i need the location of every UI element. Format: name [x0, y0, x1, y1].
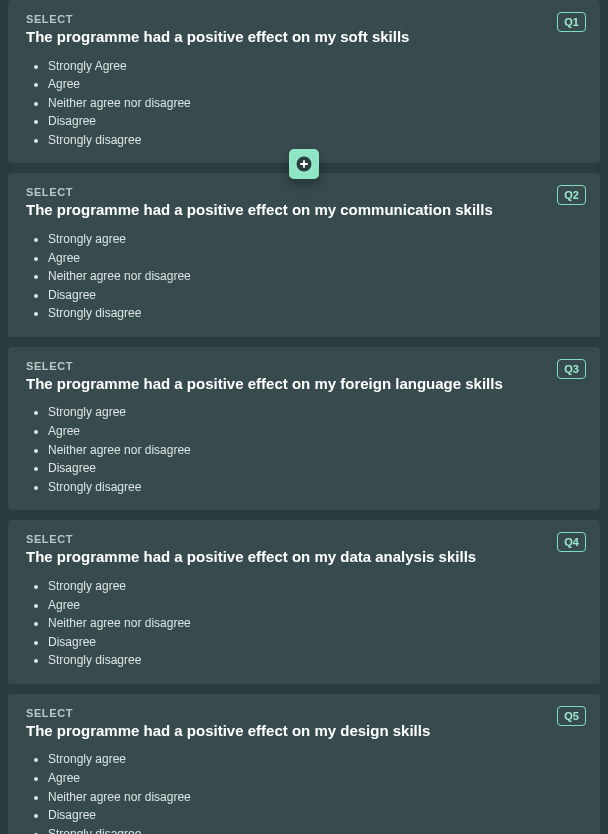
- option-item: Agree: [48, 422, 582, 441]
- option-item: Disagree: [48, 459, 582, 478]
- question-number-badge: Q3: [557, 359, 586, 379]
- option-item: Agree: [48, 769, 582, 788]
- option-item: Neither agree nor disagree: [48, 788, 582, 807]
- question-type-label: SELECT: [26, 707, 582, 719]
- option-item: Strongly Agree: [48, 57, 582, 76]
- question-type-label: SELECT: [26, 186, 582, 198]
- option-item: Disagree: [48, 112, 582, 131]
- question-title: The programme had a positive effect on m…: [26, 721, 582, 741]
- option-item: Disagree: [48, 806, 582, 825]
- question-title: The programme had a positive effect on m…: [26, 547, 582, 567]
- option-item: Neither agree nor disagree: [48, 94, 582, 113]
- option-item: Strongly agree: [48, 230, 582, 249]
- option-item: Strongly disagree: [48, 304, 582, 323]
- options-list: Strongly AgreeAgreeNeither agree nor dis…: [26, 57, 582, 150]
- question-type-label: SELECT: [26, 533, 582, 545]
- option-item: Neither agree nor disagree: [48, 267, 582, 286]
- options-list: Strongly agreeAgreeNeither agree nor dis…: [26, 750, 582, 834]
- options-list: Strongly agreeAgreeNeither agree nor dis…: [26, 403, 582, 496]
- question-number-badge: Q5: [557, 706, 586, 726]
- svg-rect-2: [300, 164, 308, 166]
- option-item: Agree: [48, 249, 582, 268]
- option-item: Disagree: [48, 633, 582, 652]
- question-number-badge: Q2: [557, 185, 586, 205]
- option-item: Strongly disagree: [48, 825, 582, 834]
- option-item: Strongly agree: [48, 577, 582, 596]
- question-type-label: SELECT: [26, 13, 582, 25]
- question-number-badge: Q1: [557, 12, 586, 32]
- question-card[interactable]: SELECTQ1The programme had a positive eff…: [8, 0, 600, 163]
- plus-circle-icon: [295, 155, 313, 173]
- question-title: The programme had a positive effect on m…: [26, 374, 582, 394]
- options-list: Strongly agreeAgreeNeither agree nor dis…: [26, 577, 582, 670]
- option-item: Agree: [48, 596, 582, 615]
- add-question-button[interactable]: [289, 149, 319, 179]
- question-card[interactable]: SELECTQ4The programme had a positive eff…: [8, 520, 600, 683]
- option-item: Neither agree nor disagree: [48, 441, 582, 460]
- question-list: SELECTQ1The programme had a positive eff…: [0, 0, 608, 834]
- option-item: Strongly disagree: [48, 651, 582, 670]
- option-item: Strongly disagree: [48, 478, 582, 497]
- option-item: Disagree: [48, 286, 582, 305]
- option-item: Strongly disagree: [48, 131, 582, 150]
- option-item: Neither agree nor disagree: [48, 614, 582, 633]
- option-item: Strongly agree: [48, 403, 582, 422]
- question-card[interactable]: SELECTQ2The programme had a positive eff…: [8, 173, 600, 336]
- question-title: The programme had a positive effect on m…: [26, 200, 582, 220]
- question-number-badge: Q4: [557, 532, 586, 552]
- option-item: Agree: [48, 75, 582, 94]
- question-card[interactable]: SELECTQ5The programme had a positive eff…: [8, 694, 600, 834]
- option-item: Strongly agree: [48, 750, 582, 769]
- question-title: The programme had a positive effect on m…: [26, 27, 582, 47]
- question-type-label: SELECT: [26, 360, 582, 372]
- options-list: Strongly agreeAgreeNeither agree nor dis…: [26, 230, 582, 323]
- question-card[interactable]: SELECTQ3The programme had a positive eff…: [8, 347, 600, 510]
